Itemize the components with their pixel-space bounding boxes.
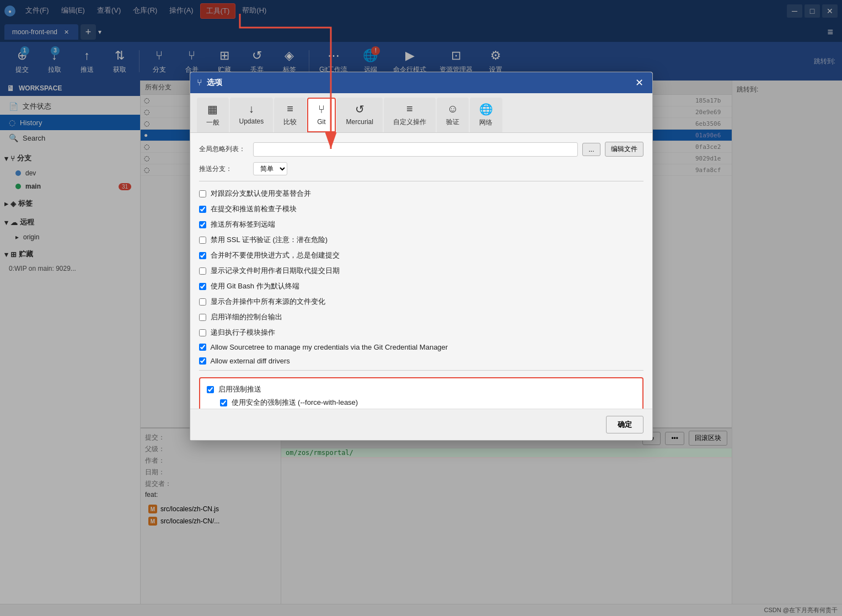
checkbox-force-lease-input[interactable] [220,399,227,406]
checkbox-label-10: 递归执行子模块操作 [211,328,275,338]
checkbox-label-12: Allow external diff drivers [211,357,290,365]
updates-tab-icon: ↓ [249,103,254,115]
tab-git[interactable]: ⑂ Git [307,98,335,132]
edit-file-button[interactable]: 编辑文件 [605,142,643,157]
browse-button[interactable]: ... [582,143,600,156]
checkbox-label-11: Allow Sourcetree to manage my credential… [211,343,448,351]
modal-overlay[interactable]: ⑂ 选项 ✕ ▦ 一般 ↓ Updates ≡ 比较 ⑂ [0,0,842,616]
tab-custom-actions[interactable]: ≡ 自定义操作 [384,98,436,132]
modal-content: 全局忽略列表： ... 编辑文件 推送分支： 简单 当前 匹配 [190,133,652,409]
checkbox-input-2[interactable] [199,206,206,213]
checkbox-label-8: 显示合并操作中所有来源的文件变化 [211,297,325,307]
push-branch-row: 推送分支： 简单 当前 匹配 [199,162,643,175]
modal-header: ⑂ 选项 ✕ [190,72,652,93]
mercurial-tab-label: Mercurial [346,118,373,126]
section-divider-1 [199,181,643,181]
auth-tab-label: 验证 [446,117,459,127]
custom-tab-icon: ≡ [406,103,413,115]
checkbox-label-1: 对跟踪分支默认使用变基替合并 [211,189,311,199]
checkbox-force-push-input[interactable] [207,386,214,393]
checkbox-force-push[interactable]: 启用强制推送 [207,384,636,395]
checkbox-label-2: 在提交和推送前检查子模块 [211,204,297,214]
compare-tab-label: 比较 [283,117,297,127]
updates-tab-label: Updates [239,117,264,125]
checkbox-label-4: 禁用 SSL 证书验证 (注意：潜在危险) [211,235,328,245]
checkbox-input-4[interactable] [199,237,206,244]
checkbox-label-5: 合并时不要使用快进方式，总是创建提交 [211,250,340,260]
modal-footer: 确定 [190,409,652,440]
tab-network[interactable]: 🌐 网络 [470,98,502,132]
checkbox-input-5[interactable] [199,252,206,259]
network-tab-icon: 🌐 [479,103,493,116]
network-tab-label: 网络 [479,118,492,127]
compare-tab-icon: ≡ [287,103,293,115]
checkbox-input-8[interactable] [199,298,206,306]
options-modal: ⑂ 选项 ✕ ▦ 一般 ↓ Updates ≡ 比较 ⑂ [190,72,653,441]
checkbox-git-bash[interactable]: 使用 Git Bash 作为默认终端 [199,281,643,292]
general-tab-icon: ▦ [207,103,218,116]
checkbox-verbose-console[interactable]: 启用详细的控制台输出 [199,312,643,323]
git-tab-label: Git [317,118,325,126]
modal-tabs: ▦ 一般 ↓ Updates ≡ 比较 ⑂ Git ↺ Mercurial [190,93,652,133]
push-branch-label: 推送分支： [199,164,249,174]
checkbox-label-6: 显示记录文件时用作者日期取代提交日期 [211,266,340,276]
checkbox-input-10[interactable] [199,329,206,336]
git-tab-icon: ⑂ [318,103,325,116]
global-ignore-label: 全局忽略列表： [199,144,249,154]
force-push-section: 启用强制推送 使用安全的强制推送 (--force-with-lease) [199,377,643,409]
checkbox-push-tags[interactable]: 推送所有标签到远端 [199,219,643,230]
tab-auth[interactable]: ☺ 验证 [437,98,469,132]
checkbox-input-6[interactable] [199,267,206,275]
confirm-button[interactable]: 确定 [606,416,643,433]
checkbox-credential-manager[interactable]: Allow Sourcetree to manage my credential… [199,342,643,352]
checkbox-author-date[interactable]: 显示记录文件时用作者日期取代提交日期 [199,265,643,276]
tab-updates[interactable]: ↓ Updates [230,98,273,132]
checkbox-input-9[interactable] [199,314,206,321]
checkbox-force-with-lease[interactable]: 使用安全的强制推送 (--force-with-lease) [220,397,636,408]
tab-general[interactable]: ▦ 一般 [197,98,229,132]
checkbox-label-7: 使用 Git Bash 作为默认终端 [211,281,299,291]
checkbox-check-submodules[interactable]: 在提交和推送前检查子模块 [199,203,643,215]
force-push-label: 启用强制推送 [218,384,261,394]
custom-tab-label: 自定义操作 [393,117,426,127]
global-ignore-row: 全局忽略列表： ... 编辑文件 [199,142,643,157]
checkbox-input-12[interactable] [199,357,206,365]
force-lease-label: 使用安全的强制推送 (--force-with-lease) [232,398,358,408]
modal-close-button[interactable]: ✕ [633,77,646,89]
checkbox-recursive-submodule[interactable]: 递归执行子模块操作 [199,327,643,338]
checkbox-disable-ssl[interactable]: 禁用 SSL 证书验证 (注意：潜在危险) [199,234,643,245]
global-ignore-input[interactable] [253,142,578,157]
checkbox-external-diff[interactable]: Allow external diff drivers [199,356,643,366]
checkbox-input-1[interactable] [199,190,206,197]
checkbox-input-7[interactable] [199,283,206,290]
tab-mercurial[interactable]: ↺ Mercurial [337,98,383,132]
checkbox-track-rebase[interactable]: 对跟踪分支默认使用变基替合并 [199,188,643,199]
general-tab-label: 一般 [206,118,219,127]
modal-title: 选项 [207,78,629,88]
checkbox-label-9: 启用详细的控制台输出 [211,312,282,322]
mercurial-tab-icon: ↺ [355,103,364,116]
checkbox-label-3: 推送所有标签到远端 [211,219,275,229]
modal-header-icon: ⑂ [197,78,202,88]
modal-body: ▦ 一般 ↓ Updates ≡ 比较 ⑂ Git ↺ Mercurial [190,93,652,409]
checkbox-input-11[interactable] [199,344,206,351]
tab-compare[interactable]: ≡ 比较 [274,98,306,132]
checkbox-no-fast-forward[interactable]: 合并时不要使用快进方式，总是创建提交 [199,250,643,261]
checkbox-input-3[interactable] [199,221,206,228]
auth-tab-icon: ☺ [447,103,458,115]
section-divider-2 [199,370,643,371]
checkbox-show-all-changes[interactable]: 显示合并操作中所有来源的文件变化 [199,296,643,307]
push-branch-select[interactable]: 简单 当前 匹配 [253,162,287,175]
